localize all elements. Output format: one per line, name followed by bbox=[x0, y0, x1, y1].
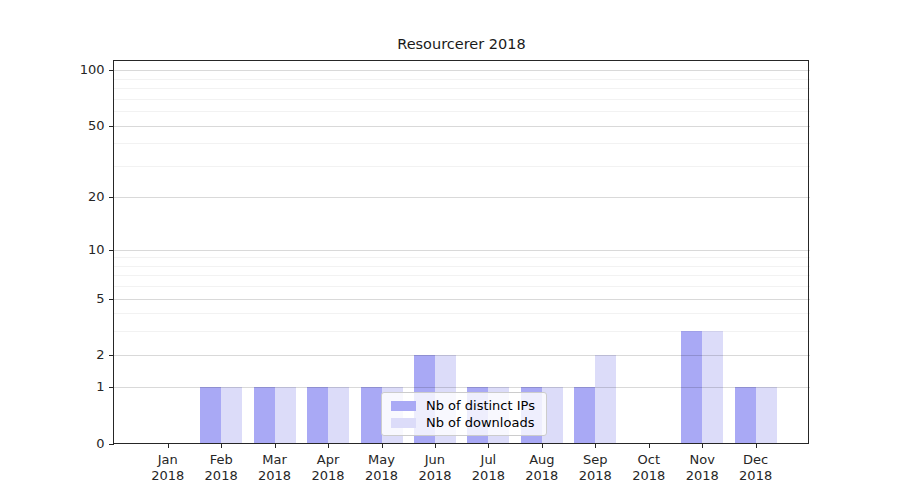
y-tick-mark-10 bbox=[109, 250, 114, 251]
y-tick-mark-100 bbox=[109, 70, 114, 71]
x-tick-mark-aug bbox=[542, 444, 543, 448]
legend: Nb of distinct IPs Nb of downloads bbox=[381, 392, 547, 436]
x-tick-mark-sep bbox=[595, 444, 596, 448]
x-tick-month: Dec bbox=[724, 452, 788, 468]
y-tick-mark-50 bbox=[109, 126, 114, 127]
y-tick-label-5: 5 bbox=[59, 291, 105, 307]
x-tick-mark-dec bbox=[756, 444, 757, 448]
y-tick-label-2: 2 bbox=[59, 347, 105, 363]
x-tick-mark-jul bbox=[488, 444, 489, 448]
y-tick-mark-0 bbox=[109, 444, 114, 445]
y-tick-label-100: 100 bbox=[59, 62, 105, 78]
y-tick-mark-1 bbox=[109, 387, 114, 388]
x-tick-mark-oct bbox=[649, 444, 650, 448]
y-tick-mark-20 bbox=[109, 197, 114, 198]
legend-entry-downloads: Nb of downloads bbox=[391, 415, 539, 431]
x-tick-mark-mar bbox=[275, 444, 276, 448]
x-tick-mark-jun bbox=[435, 444, 436, 448]
y-tick-label-50: 50 bbox=[59, 118, 105, 134]
y-tick-label-1: 1 bbox=[59, 379, 105, 395]
y-tick-label-10: 10 bbox=[59, 242, 105, 258]
y-tick-mark-2 bbox=[109, 355, 114, 356]
y-tick-mark-5 bbox=[109, 299, 114, 300]
legend-label-distinct-ips: Nb of distinct IPs bbox=[426, 398, 535, 414]
x-tick-mark-nov bbox=[702, 444, 703, 448]
x-tick-year: 2018 bbox=[724, 468, 788, 484]
legend-swatch-distinct-ips bbox=[391, 401, 416, 411]
x-tick-mark-jan bbox=[168, 444, 169, 448]
x-tick-label-dec: Dec2018 bbox=[724, 452, 788, 484]
legend-swatch-downloads bbox=[391, 418, 416, 428]
y-tick-label-0: 0 bbox=[59, 436, 105, 452]
y-tick-label-20: 20 bbox=[59, 189, 105, 205]
x-tick-mark-may bbox=[382, 444, 383, 448]
chart-figure: Resourcerer 2018 0125102050100Jan2018Feb… bbox=[0, 0, 900, 500]
x-tick-mark-apr bbox=[328, 444, 329, 448]
legend-label-downloads: Nb of downloads bbox=[426, 415, 534, 431]
legend-entry-distinct-ips: Nb of distinct IPs bbox=[391, 398, 539, 414]
x-tick-mark-feb bbox=[221, 444, 222, 448]
